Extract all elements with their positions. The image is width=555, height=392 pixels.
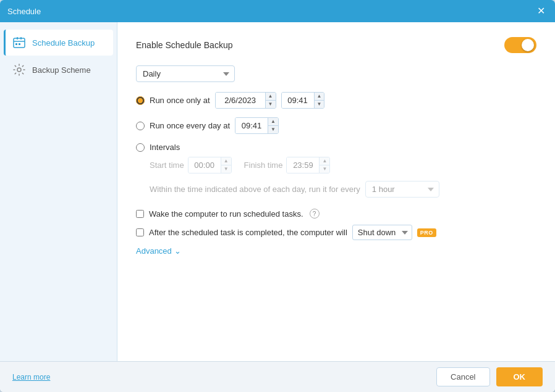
date-down-btn[interactable]: ▼ — [266, 101, 276, 108]
pro-badge: PRO — [417, 228, 436, 237]
ok-button[interactable]: OK — [496, 367, 543, 386]
start-time-group: Start time ▲ ▼ — [150, 157, 232, 173]
run-every-day-down[interactable]: ▼ — [268, 126, 278, 133]
run-once-time-wrapper: ▲ ▼ — [281, 92, 325, 109]
schedule-type-select[interactable]: Daily Weekly Monthly — [136, 65, 235, 82]
finish-time-wrapper: ▲ ▼ — [286, 157, 330, 173]
intervals-radio[interactable] — [136, 143, 145, 152]
run-once-label: Run once only at — [150, 96, 210, 105]
date-input[interactable] — [216, 93, 265, 108]
start-finish-row: Start time ▲ ▼ Finish time — [150, 157, 536, 173]
cancel-button[interactable]: Cancel — [436, 367, 489, 386]
every-label: Within the time indicated above of each … — [150, 185, 360, 194]
sidebar-item-schedule-backup[interactable]: Schedule Backup — [4, 30, 113, 56]
wake-computer-row: Wake the computer to run scheduled tasks… — [136, 209, 536, 219]
wake-help-icon[interactable]: ? — [310, 209, 320, 219]
svg-point-6 — [17, 68, 21, 72]
run-once-radio[interactable] — [136, 96, 145, 105]
start-time-up[interactable]: ▲ — [221, 157, 231, 165]
schedule-dialog: Schedule ✕ Schedule Backup — [0, 0, 555, 392]
svg-rect-2 — [20, 37, 22, 40]
svg-rect-4 — [15, 43, 17, 45]
run-every-day-radio[interactable] — [136, 122, 145, 130]
sidebar-scheme-label: Backup Scheme — [32, 65, 91, 75]
shutdown-select[interactable]: Shut down Restart Sleep Hibernate Do not… — [352, 225, 412, 240]
sidebar: Schedule Backup Backup Scheme — [0, 22, 117, 361]
svg-rect-0 — [14, 38, 25, 48]
finish-time-label: Finish time — [244, 161, 283, 170]
wake-label: Wake the computer to run scheduled tasks… — [149, 209, 303, 219]
advanced-link[interactable]: Advanced ⌄ — [136, 246, 536, 256]
run-once-time-spinners: ▲ ▼ — [314, 93, 324, 108]
intervals-option: Intervals — [136, 143, 536, 152]
title-bar: Schedule ✕ — [0, 0, 555, 22]
run-every-day-label: Run once every day at — [150, 121, 230, 130]
after-task-checkbox[interactable] — [136, 228, 144, 236]
enable-label: Enable Schedule Backup — [136, 40, 232, 50]
after-task-row: After the scheduled task is completed, t… — [136, 225, 536, 240]
gear-icon — [12, 63, 26, 77]
run-every-day-time-group: ▲ ▼ — [235, 117, 279, 134]
finish-time-spinners: ▲ ▼ — [319, 157, 329, 173]
finish-time-group: Finish time ▲ ▼ — [244, 157, 331, 173]
run-every-day-time-input[interactable] — [235, 118, 268, 133]
run-once-time-group: ▲ ▼ ▲ ▼ — [215, 92, 325, 109]
after-task-label: After the scheduled task is completed, t… — [149, 228, 347, 237]
run-every-day-up[interactable]: ▲ — [268, 118, 278, 126]
date-up-btn[interactable]: ▲ — [266, 93, 276, 101]
start-time-spinners: ▲ ▼ — [221, 157, 231, 173]
advanced-chevron-icon: ⌄ — [174, 246, 181, 256]
finish-time-down[interactable]: ▼ — [320, 165, 329, 173]
finish-time-up[interactable]: ▲ — [320, 157, 329, 165]
finish-time-input[interactable] — [287, 157, 319, 173]
run-once-option: Run once only at ▲ ▼ ▲ ▼ — [136, 92, 536, 109]
calendar-icon — [12, 36, 26, 49]
run-once-time-input[interactable] — [282, 93, 314, 108]
main-content: Enable Schedule Backup Daily Weekly Mont… — [117, 22, 555, 361]
advanced-label: Advanced — [136, 246, 172, 256]
dialog-body: Schedule Backup Backup Scheme Enable Sch… — [0, 22, 555, 361]
enable-row: Enable Schedule Backup — [136, 37, 536, 53]
sidebar-schedule-label: Schedule Backup — [32, 38, 95, 48]
start-time-label: Start time — [150, 161, 184, 170]
intervals-label: Intervals — [150, 143, 180, 152]
start-time-input[interactable] — [189, 157, 221, 173]
close-button[interactable]: ✕ — [535, 5, 548, 17]
enable-toggle[interactable] — [504, 37, 536, 53]
run-every-day-spinners: ▲ ▼ — [268, 118, 278, 133]
intervals-sub: Start time ▲ ▼ Finish time — [150, 157, 536, 198]
sidebar-item-backup-scheme[interactable]: Backup Scheme — [4, 57, 113, 83]
every-select[interactable]: 1 hour 2 hours 3 hours 6 hours 12 hours — [365, 181, 439, 198]
svg-rect-5 — [19, 43, 20, 45]
run-once-time-up[interactable]: ▲ — [315, 93, 324, 101]
learn-more-link[interactable]: Learn more — [12, 373, 50, 382]
footer-buttons: Cancel OK — [436, 367, 543, 386]
run-every-day-time-wrapper: ▲ ▼ — [235, 117, 279, 134]
start-time-down[interactable]: ▼ — [221, 165, 231, 173]
date-input-wrapper: ▲ ▼ — [215, 92, 276, 109]
every-row: Within the time indicated above of each … — [150, 181, 536, 198]
date-spinners: ▲ ▼ — [265, 93, 276, 108]
run-once-time-down[interactable]: ▼ — [315, 101, 324, 108]
svg-rect-1 — [17, 37, 18, 40]
start-time-wrapper: ▲ ▼ — [188, 157, 232, 173]
wake-checkbox[interactable] — [136, 210, 144, 218]
run-every-day-option: Run once every day at ▲ ▼ — [136, 117, 536, 134]
dialog-title: Schedule — [7, 7, 41, 16]
schedule-type-row: Daily Weekly Monthly — [136, 65, 536, 82]
footer: Learn more Cancel OK — [0, 361, 555, 392]
